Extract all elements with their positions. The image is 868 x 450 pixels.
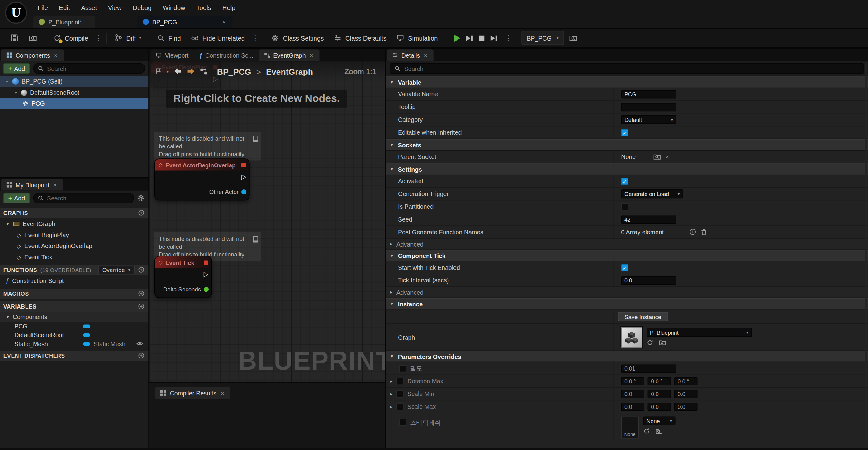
component-row-scene-root[interactable]: ▾ DefaultSceneRoot [0, 87, 148, 98]
save-button[interactable] [6, 30, 24, 46]
chevron-down-icon[interactable]: ▾ [166, 69, 169, 74]
exec-pin-icon[interactable]: ▷ [241, 173, 246, 181]
settings-advanced-row[interactable]: ▸ Advanced [386, 239, 868, 250]
override-dropdown[interactable]: Override ▾ [98, 266, 134, 274]
tab-my-blueprint[interactable]: My Blueprint × [1, 179, 63, 190]
menu-help[interactable]: Help [217, 4, 241, 10]
tab-compiler-results[interactable]: Compiler Results × [155, 387, 230, 398]
hide-unrelated-button[interactable]: Hide Unrelated [186, 30, 250, 46]
variable-row-static-mesh[interactable]: Static_Mesh Static Mesh [0, 340, 148, 349]
expander-icon[interactable]: ▼ [390, 167, 394, 172]
filter-gear-icon[interactable] [137, 194, 145, 202]
back-arrow-icon[interactable] [173, 67, 182, 76]
debug-object-dropdown[interactable]: BP_PCG ▾ [521, 31, 564, 45]
components-variable-group[interactable]: ▼ Components [0, 312, 148, 322]
exec-pin-icon[interactable]: ▷ [204, 270, 209, 278]
expander-icon[interactable]: ▼ [6, 314, 10, 320]
density-input[interactable] [621, 364, 677, 373]
class-settings-button[interactable]: Class Settings [267, 30, 329, 46]
override-checkbox[interactable] [399, 365, 406, 372]
event-graph-canvas[interactable]: ◇ Event BeginPlay ▷ ▾ BP_PCG [150, 61, 384, 382]
functions-section-header[interactable]: FUNCTIONS (19 OVERRIDABLE) Override ▾ [0, 265, 148, 275]
details-scrollbar[interactable] [865, 62, 867, 447]
unreal-engine-logo[interactable]: U [5, 2, 27, 24]
menu-asset[interactable]: Asset [75, 4, 102, 10]
generation-trigger-dropdown[interactable]: Generate on Load ▾ [621, 189, 683, 198]
tab-bp-pcg[interactable]: BP_PCG × [137, 16, 232, 28]
forward-arrow-icon[interactable] [187, 67, 195, 76]
menu-file[interactable]: File [32, 4, 53, 10]
event-dispatchers-section-header[interactable]: EVENT DISPATCHERS [0, 351, 148, 361]
expander-icon[interactable]: ▸ [390, 404, 393, 409]
play-options-icon[interactable]: ⋮ [503, 34, 514, 42]
is-partitioned-checkbox[interactable] [621, 203, 628, 210]
event-beginplay-row[interactable]: ◇ Event BeginPlay [0, 229, 148, 241]
variables-section-header[interactable]: VARIABLES [0, 301, 148, 312]
diff-button[interactable]: Diff ▾ [110, 30, 146, 46]
expander-icon[interactable]: ▸ [390, 391, 393, 396]
add-dispatcher-icon[interactable] [138, 352, 145, 359]
add-macro-icon[interactable] [138, 290, 145, 297]
browse-asset-button[interactable] [24, 30, 42, 46]
override-checkbox[interactable] [397, 403, 404, 410]
close-icon[interactable]: × [423, 52, 429, 58]
menu-view[interactable]: View [102, 4, 127, 10]
menu-window[interactable]: Window [157, 4, 191, 10]
add-variable-icon[interactable] [138, 303, 145, 310]
tab-construction-script[interactable]: ƒ Construction Sc... [194, 49, 258, 61]
add-array-element-icon[interactable] [689, 228, 697, 236]
eye-icon[interactable] [136, 340, 144, 348]
compile-button[interactable]: Compile [48, 30, 93, 46]
graphs-section-header[interactable]: GRAPHS [0, 208, 148, 218]
override-checkbox[interactable] [399, 419, 406, 426]
start-tick-checkbox[interactable] [621, 264, 628, 271]
scale-min-x-input[interactable] [621, 390, 644, 398]
component-row-self[interactable]: ▾ BP_PCG (Self) [0, 76, 148, 87]
compile-options-icon[interactable]: ⋮ [93, 34, 104, 42]
browse-asset-icon[interactable] [655, 427, 662, 435]
tab-components[interactable]: Components × [1, 49, 64, 61]
browse-socket-icon[interactable] [653, 153, 661, 161]
breadcrumb-leaf[interactable]: EventGraph [266, 67, 313, 76]
close-icon[interactable]: × [53, 52, 59, 58]
menu-debug[interactable]: Debug [127, 4, 157, 10]
menu-tools[interactable]: Tools [191, 4, 217, 10]
expander-icon[interactable]: ▼ [390, 80, 394, 85]
add-blueprint-item-button[interactable]: + Add [3, 193, 30, 204]
tick-interval-input[interactable] [621, 276, 677, 284]
event-actorbeginoverlap-row[interactable]: ◇ Event ActorBeginOverlap [0, 240, 148, 251]
rotation-max-z-input[interactable] [674, 377, 698, 386]
use-selected-asset-icon[interactable] [647, 339, 654, 346]
override-checkbox[interactable] [397, 378, 404, 385]
construction-script-row[interactable]: ƒ Construction Script [0, 275, 148, 287]
scale-max-z-input[interactable] [674, 402, 698, 411]
bookmark-flag-icon[interactable] [154, 68, 162, 76]
clear-socket-icon[interactable]: × [664, 153, 670, 160]
static-mesh-dropdown[interactable]: None ▾ [643, 417, 675, 425]
breadcrumb-root[interactable]: BP_PCG [217, 67, 251, 76]
component-tick-advanced-row[interactable]: ▸ Advanced [386, 287, 868, 298]
add-graph-icon[interactable] [138, 209, 145, 217]
seed-input[interactable] [621, 215, 677, 224]
section-parameters-overrides[interactable]: ▼ Parameters Overrides [386, 351, 868, 362]
close-icon[interactable]: × [308, 52, 314, 58]
save-instance-button[interactable]: Save Instance [618, 312, 668, 321]
scale-min-y-input[interactable] [648, 390, 671, 398]
tooltip-input[interactable] [621, 103, 677, 111]
play-icon[interactable] [454, 34, 460, 42]
close-icon[interactable]: × [220, 390, 225, 396]
expander-icon[interactable]: ▼ [390, 301, 394, 306]
tab-p-blueprint[interactable]: P_Blueprint* [33, 16, 95, 28]
browse-asset-icon[interactable] [659, 339, 666, 346]
eventgraph-row[interactable]: ▼ EventGraph [0, 218, 148, 229]
components-search-input[interactable] [47, 65, 141, 72]
section-component-tick[interactable]: ▼ Component Tick [386, 250, 868, 262]
rotation-max-x-input[interactable] [621, 377, 644, 386]
close-icon[interactable]: × [52, 181, 58, 188]
scale-min-z-input[interactable] [674, 390, 698, 398]
override-checkbox[interactable] [397, 390, 404, 397]
event-tick-row[interactable]: ◇ Event Tick [0, 251, 148, 263]
simulation-button[interactable]: Simulation [392, 30, 443, 46]
editable-checkbox[interactable] [621, 129, 628, 136]
tab-details[interactable]: Details × [387, 49, 433, 61]
